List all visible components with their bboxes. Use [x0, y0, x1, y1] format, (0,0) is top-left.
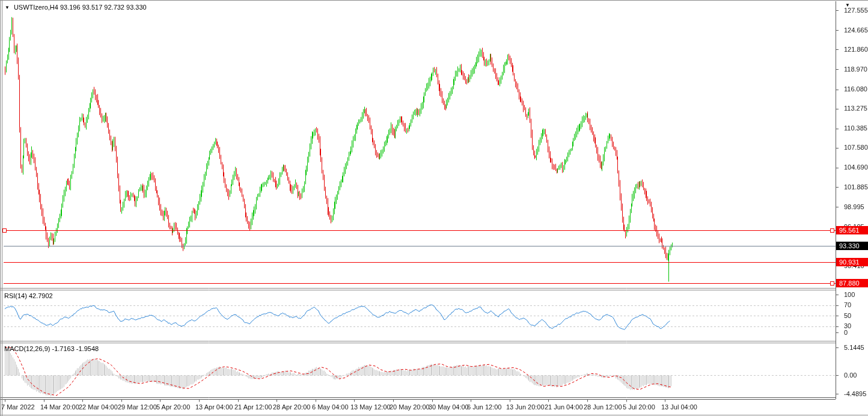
macd-scale-label: -4.4895 [844, 390, 866, 398]
time-axis-label: 5 Jul 20:00 [623, 403, 655, 411]
time-axis-label: 20 May 20:00 [390, 403, 430, 411]
time-axis-label: 22 Mar 04:00 [79, 403, 118, 411]
macd-indicator-label: MACD(12,26,9) -1.7163 -1.9548 [4, 345, 99, 352]
time-axis-label: 28 Apr 20:00 [273, 403, 310, 411]
time-axis-label: 6 May 04:00 [312, 403, 349, 411]
time-axis-label: 21 Jun 04:00 [545, 403, 583, 411]
time-axis-label: 5 Apr 20:00 [156, 403, 190, 411]
symbol-header-text: USWTIzero,H4 93.196 93.517 92.732 93.330 [14, 4, 147, 11]
macd-scale-label: 5.1445 [844, 344, 864, 352]
chart-canvas[interactable] [0, 0, 868, 416]
resistance-level-tag: 95.561 [836, 226, 868, 234]
current-price-tag: 93.330 [836, 242, 868, 250]
price-axis-label: 104.690 [844, 164, 868, 171]
price-axis-label: 127.555 [844, 7, 868, 14]
price-axis-label: 118.970 [844, 66, 867, 73]
price-axis-label: 121.860 [844, 46, 868, 54]
macd-scale-label: 0.00 [844, 372, 857, 379]
time-axis-label: 13 Apr 04:00 [195, 403, 233, 411]
chart-window: ▼USWTIzero,H4 93.196 93.517 92.732 93.33… [0, 0, 868, 416]
time-axis-label: 13 Jul 04:00 [661, 403, 697, 411]
symbol-header[interactable]: ▼USWTIzero,H4 93.196 93.517 92.732 93.33… [5, 4, 147, 11]
support-level-tag: 87.880 [836, 279, 868, 287]
time-axis-label: 30 May 04:00 [429, 403, 469, 411]
price-axis-label: 116.080 [844, 85, 867, 93]
rsi-scale-label: 0 [844, 329, 848, 337]
time-axis-label: 6 Jun 12:00 [467, 403, 502, 411]
price-axis-label: 101.885 [844, 183, 868, 191]
time-axis-label: 28 Jun 12:00 [584, 403, 622, 411]
price-axis-label: 110.385 [844, 124, 867, 132]
time-axis-label: 7 Mar 2022 [1, 403, 35, 411]
time-axis-label: 13 May 12:00 [350, 403, 391, 411]
rsi-indicator-label: RSI(14) 42.7902 [4, 292, 53, 299]
support-level-tag: 90.931 [836, 258, 868, 266]
price-axis-label: 124.665 [844, 26, 868, 34]
price-axis-label: 113.275 [844, 105, 867, 112]
price-axis-label: 98.995 [844, 203, 864, 211]
rsi-scale-label: 70 [844, 301, 851, 309]
rsi-scale-label: 50 [844, 312, 851, 320]
rsi-scale-label: 100 [844, 291, 855, 299]
time-axis-label: 29 Mar 12:00 [118, 403, 157, 411]
time-axis-label: 13 Jun 20:00 [506, 403, 545, 411]
price-axis-label: 107.580 [844, 144, 868, 151]
time-axis-label: 21 Apr 12:00 [234, 403, 272, 411]
time-axis-label: 14 Mar 20:00 [40, 403, 79, 411]
dropdown-icon[interactable]: ▼ [5, 5, 10, 10]
